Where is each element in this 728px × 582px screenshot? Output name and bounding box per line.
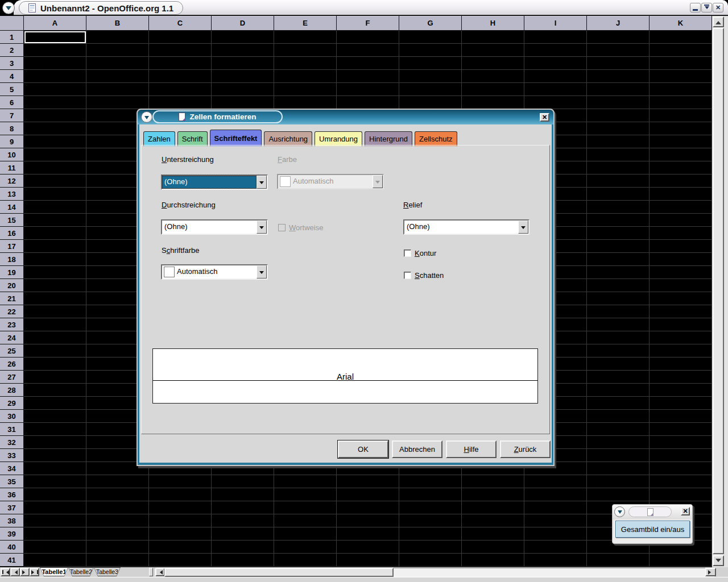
row-header-27[interactable]: 27	[0, 371, 23, 384]
row-header-21[interactable]: 21	[0, 292, 23, 305]
floating-window-titlebar[interactable]: ✕	[613, 505, 692, 519]
active-cell-selection[interactable]	[24, 31, 86, 43]
row-header-3[interactable]: 3	[0, 57, 23, 70]
sheet-tab-tabelle2[interactable]: Tabelle2	[68, 567, 94, 576]
row-header-15[interactable]: 15	[0, 214, 23, 227]
row-header-18[interactable]: 18	[0, 253, 23, 266]
row-header-22[interactable]: 22	[0, 305, 23, 318]
row-header-35[interactable]: 35	[0, 475, 23, 488]
scroll-up-button[interactable]	[713, 16, 724, 27]
row-header-36[interactable]: 36	[0, 488, 23, 501]
last-sheet-button[interactable]	[30, 568, 39, 576]
row-header-1[interactable]: 1	[0, 31, 23, 44]
row-header-11[interactable]: 11	[0, 161, 23, 174]
dialog-tab-schrift[interactable]: Schrift	[177, 131, 208, 146]
row-header-8[interactable]: 8	[0, 122, 23, 135]
row-header-12[interactable]: 12	[0, 174, 23, 188]
underline-dropdown-button[interactable]	[257, 176, 267, 189]
row-header-41[interactable]: 41	[0, 554, 23, 567]
vertical-scrollbar[interactable]	[712, 16, 728, 567]
row-header-9[interactable]: 9	[0, 135, 23, 148]
row-header-13[interactable]: 13	[0, 188, 23, 201]
dialog-titlebar[interactable]: Zellen formatieren ✕	[138, 110, 553, 124]
row-header-14[interactable]: 14	[0, 201, 23, 214]
first-sheet-button[interactable]	[1, 568, 10, 576]
row-header-29[interactable]: 29	[0, 397, 23, 410]
row-header-33[interactable]: 33	[0, 449, 23, 462]
sheet-tab-tabelle3[interactable]: Tabelle3	[94, 567, 121, 576]
column-header-h[interactable]: H	[462, 16, 524, 30]
row-header-4[interactable]: 4	[0, 70, 23, 83]
row-header-5[interactable]: 5	[0, 83, 23, 96]
dialog-tab-ausrichtung[interactable]: Ausrichtung	[264, 131, 312, 146]
font-color-dropdown-button[interactable]	[257, 265, 267, 278]
font-color-select[interactable]: Automatisch	[161, 264, 268, 280]
row-header-28[interactable]: 28	[0, 384, 23, 397]
row-header-25[interactable]: 25	[0, 344, 23, 357]
floating-window-menu-button[interactable]	[614, 506, 625, 517]
tab-scrollbar-splitter[interactable]	[149, 568, 153, 576]
scroll-down-button[interactable]	[713, 555, 724, 566]
row-header-26[interactable]: 26	[0, 357, 23, 371]
previous-sheet-button[interactable]	[10, 568, 20, 576]
column-header-j[interactable]: J	[587, 16, 650, 30]
row-header-17[interactable]: 17	[0, 240, 23, 253]
row-header-37[interactable]: 37	[0, 501, 23, 514]
row-header-20[interactable]: 20	[0, 279, 23, 292]
row-header-10[interactable]: 10	[0, 148, 23, 161]
dialog-tab-umrandung[interactable]: Umrandung	[315, 131, 362, 146]
help-button[interactable]: Hilfe	[446, 440, 497, 458]
dialog-tab-zahlen[interactable]: Zahlen	[143, 131, 175, 146]
column-header-c[interactable]: C	[149, 16, 212, 30]
relief-dropdown-button[interactable]	[518, 221, 528, 234]
floating-window-close-button[interactable]: ✕	[681, 507, 690, 516]
column-header-i[interactable]: I	[524, 16, 587, 30]
dialog-close-button[interactable]: ✕	[540, 113, 549, 122]
strikethrough-select[interactable]: (Ohne)	[161, 219, 268, 235]
shade-button[interactable]	[701, 3, 712, 13]
row-header-23[interactable]: 23	[0, 318, 23, 331]
shadow-checkbox[interactable]	[404, 272, 411, 279]
row-header-19[interactable]: 19	[0, 266, 23, 279]
row-header-38[interactable]: 38	[0, 514, 23, 527]
close-button[interactable]: ✕	[713, 3, 723, 13]
row-header-31[interactable]: 31	[0, 423, 23, 436]
column-header-k[interactable]: K	[650, 16, 712, 30]
column-header-g[interactable]: G	[399, 16, 462, 30]
ok-button[interactable]: OK	[338, 440, 388, 458]
row-header-7[interactable]: 7	[0, 109, 23, 122]
column-header-d[interactable]: D	[212, 16, 274, 30]
horizontal-scrollbar-thumb[interactable]	[164, 568, 394, 577]
row-header-30[interactable]: 30	[0, 410, 23, 423]
scroll-left-button[interactable]	[155, 568, 165, 576]
next-sheet-button[interactable]	[20, 568, 30, 576]
row-header-6[interactable]: 6	[0, 96, 23, 109]
column-header-a[interactable]: A	[24, 16, 86, 30]
row-header-39[interactable]: 39	[0, 527, 23, 541]
row-header-16[interactable]: 16	[0, 227, 23, 240]
dialog-tab-hintergrund[interactable]: Hintergrund	[365, 131, 412, 146]
minimize-button[interactable]	[690, 3, 701, 13]
dialog-tab-zellschutz[interactable]: Zellschutz	[415, 131, 457, 146]
cancel-button[interactable]: Abbrechen	[392, 440, 442, 458]
strikethrough-dropdown-button[interactable]	[257, 221, 267, 234]
back-button[interactable]: Zurück	[500, 440, 551, 458]
row-header-2[interactable]: 2	[0, 44, 23, 57]
dialog-tab-schrifteffekt[interactable]: Schrifteffekt	[210, 130, 262, 146]
select-all-corner[interactable]	[0, 16, 24, 31]
row-header-32[interactable]: 32	[0, 436, 23, 449]
row-header-34[interactable]: 34	[0, 462, 23, 475]
row-header-24[interactable]: 24	[0, 331, 23, 344]
column-header-e[interactable]: E	[274, 16, 337, 30]
relief-select[interactable]: (Ohne)	[403, 219, 530, 235]
sheet-tab-tabelle1[interactable]: Tabelle1	[40, 567, 68, 576]
window-menu-button[interactable]	[2, 2, 15, 14]
row-header-40[interactable]: 40	[0, 541, 23, 554]
outline-checkbox[interactable]	[404, 250, 411, 257]
underline-select[interactable]: (Ohne)	[161, 174, 268, 190]
dialog-menu-button[interactable]	[141, 111, 152, 123]
toggle-overview-button[interactable]: Gesamtbild ein/aus	[615, 521, 690, 538]
column-header-b[interactable]: B	[86, 16, 149, 30]
vertical-scrollbar-thumb[interactable]	[713, 28, 724, 554]
column-header-f[interactable]: F	[337, 16, 399, 30]
